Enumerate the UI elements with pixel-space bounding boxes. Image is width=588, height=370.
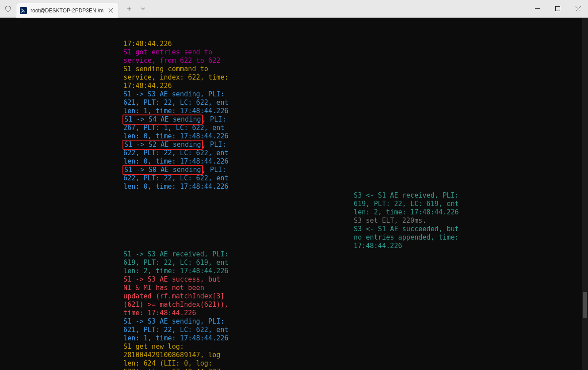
log-line: 17:48:44.226	[123, 40, 231, 48]
log-line: S1 sending command to service, index: 62…	[123, 65, 231, 90]
highlighted-span: S1 -> S0 AE sending	[122, 165, 203, 175]
log-column-left-lower: S1 -> S3 AE received, PLI: 619, PLT: 22,…	[123, 250, 231, 370]
log-line: S3 <- S1 AE succeeded, but no entries ap…	[354, 225, 462, 250]
maximize-button[interactable]	[547, 0, 568, 17]
highlighted-span: S1 -> S2 AE sending	[122, 140, 203, 150]
titlebar-spacer	[149, 0, 527, 17]
log-line: S1 -> S4 AE sending, PLI: 267, PLT: 1, L…	[123, 115, 231, 141]
log-line: S1 get new log: 2810044291008689147, log…	[123, 343, 231, 370]
shield-icon	[0, 0, 16, 17]
log-line: S1 -> S0 AE sending, PLI: 622, PLT: 22, …	[123, 166, 231, 191]
log-column-right: S3 <- S1 AE received, PLI: 619, PLT: 22,…	[354, 191, 462, 250]
highlighted-span: S1 -> S4 AE sending	[122, 114, 203, 125]
log-column-left: 17:48:44.226S1 got entries send to servi…	[123, 40, 231, 191]
tab-title: root@DESKTOP-2PDP3EN:/m	[31, 8, 103, 14]
log-line: S1 -> S3 AE received, PLI: 619, PLT: 22,…	[123, 250, 231, 275]
powershell-icon	[20, 7, 27, 14]
log-line: S1 -> S3 AE success, but NI & MI has not…	[123, 275, 231, 317]
close-button[interactable]	[568, 0, 588, 17]
new-tab-button[interactable]	[122, 0, 137, 17]
scroll-thumb[interactable]	[583, 292, 587, 318]
log-line: S1 -> S2 AE sending, PLI: 622, PLT: 22, …	[123, 141, 231, 166]
terminal-body[interactable]: 17:48:44.226S1 got entries send to servi…	[0, 18, 588, 370]
window-controls	[527, 0, 588, 17]
log-line: S3 set ELT, 220ms.	[354, 217, 462, 225]
log-line: S1 -> S3 AE sending, PLI: 621, PLT: 22, …	[123, 317, 231, 343]
tab-close-button[interactable]	[107, 7, 114, 14]
log-line: S1 -> S3 AE sending, PLI: 621, PLT: 22, …	[123, 90, 231, 115]
minimize-button[interactable]	[527, 0, 547, 17]
log-line: S3 <- S1 AE received, PLI: 619, PLT: 22,…	[354, 191, 462, 217]
terminal-tab[interactable]: root@DESKTOP-2PDP3EN:/m	[16, 3, 119, 18]
svg-rect-1	[555, 7, 560, 11]
scrollbar[interactable]	[582, 18, 588, 370]
titlebar: root@DESKTOP-2PDP3EN:/m	[0, 0, 588, 18]
tab-dropdown-button[interactable]	[137, 0, 149, 17]
log-line: S1 got entries send to service, from 622…	[123, 48, 231, 65]
